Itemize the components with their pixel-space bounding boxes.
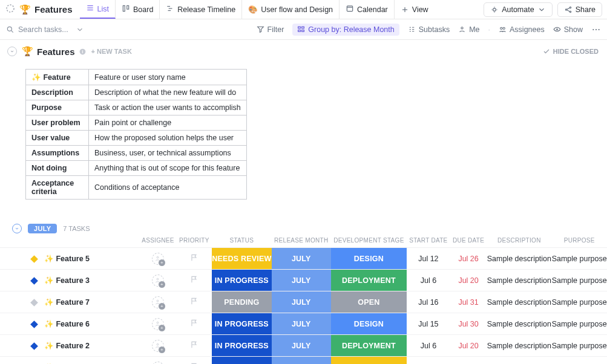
column-header[interactable]: ASSIGNEE (139, 233, 177, 248)
purpose-cell[interactable]: Sample purpose (551, 291, 607, 313)
start-date-cell[interactable]: Jul 6 (407, 270, 450, 291)
priority-cell[interactable] (177, 291, 212, 313)
group-label[interactable]: JULY (28, 224, 57, 233)
groupby-button[interactable]: Group by: Release Month (292, 24, 399, 36)
info-icon[interactable]: i (79, 48, 87, 56)
status-cell[interactable]: IN PROGRESS (212, 313, 272, 335)
task-row[interactable]: ✨ Feature 7PENDINGJULYOPENJul 16Jul 31Sa… (0, 291, 607, 313)
flag-icon[interactable] (190, 320, 199, 329)
status-cell[interactable]: IN PROGRESS (212, 357, 272, 365)
assignee-placeholder-icon[interactable] (152, 253, 164, 265)
due-date-cell[interactable]: Jul 31 (450, 291, 487, 313)
search-input[interactable]: Search tasks... (6, 25, 68, 34)
purpose-cell[interactable]: Sample purpose (551, 357, 607, 365)
column-header[interactable]: DUE DATE (450, 233, 487, 248)
assignee-cell[interactable] (139, 291, 177, 313)
collapse-section-button[interactable] (7, 47, 17, 56)
column-header[interactable]: PRIORITY (177, 233, 212, 248)
show-button[interactable]: Show (553, 25, 583, 34)
task-row[interactable]: ✨ Feature 4IN PROGRESSJULYTESTINGJul 12J… (0, 357, 607, 365)
column-header[interactable]: PURPOSE (551, 233, 607, 248)
start-date-cell[interactable]: Jul 6 (407, 335, 450, 357)
description-cell[interactable]: Sample description (487, 291, 551, 313)
description-cell[interactable]: Sample description (487, 335, 551, 357)
start-date-cell[interactable]: Jul 15 (407, 313, 450, 335)
status-cell[interactable]: IN PROGRESS (212, 335, 272, 357)
start-date-cell[interactable]: Jul 16 (407, 291, 450, 313)
due-date-cell[interactable]: Jul 26 (450, 248, 487, 270)
column-header[interactable]: DESCRIPTION (487, 233, 551, 248)
flag-icon[interactable] (190, 342, 199, 351)
assignee-placeholder-icon[interactable] (152, 340, 164, 352)
due-date-cell[interactable]: Jul 20 (450, 270, 487, 291)
assignee-placeholder-icon[interactable] (152, 362, 164, 365)
hide-closed-button[interactable]: HIDE CLOSED (543, 48, 599, 55)
tab-list[interactable]: List (80, 0, 116, 19)
assignee-cell[interactable] (139, 335, 177, 357)
start-date-cell[interactable]: Jul 12 (407, 357, 450, 365)
dev-stage-cell[interactable]: DESIGN (331, 248, 407, 270)
assignee-cell[interactable] (139, 270, 177, 291)
task-row[interactable]: ✨ Feature 3IN PROGRESSJULYDEPLOYMENTJul … (0, 270, 607, 291)
new-task-button[interactable]: + NEW TASK (91, 48, 132, 55)
assignee-placeholder-icon[interactable] (152, 318, 164, 330)
status-cell[interactable]: NEEDS REVIEW (212, 248, 272, 270)
task-name-cell[interactable]: ✨ Feature 6 (0, 313, 139, 335)
task-name-cell[interactable]: ✨ Feature 3 (0, 270, 139, 291)
purpose-cell[interactable]: Sample purpose (551, 313, 607, 335)
dev-stage-cell[interactable]: TESTING (331, 357, 407, 365)
add-view-button[interactable]: View (395, 0, 435, 19)
tab-calendar[interactable]: Calendar (340, 0, 395, 19)
task-name-cell[interactable]: ✨ Feature 7 (0, 291, 139, 313)
priority-cell[interactable] (177, 313, 212, 335)
assignee-placeholder-icon[interactable] (152, 275, 164, 287)
release-month-cell[interactable]: JULY (272, 335, 331, 357)
description-cell[interactable]: Sample description (487, 248, 551, 270)
due-date-cell[interactable]: Jul 26 (450, 357, 487, 365)
dev-stage-cell[interactable]: DEPLOYMENT (331, 270, 407, 291)
column-header[interactable]: START DATE (407, 233, 450, 248)
task-row[interactable]: ✨ Feature 6IN PROGRESSJULYDESIGNJul 15Ju… (0, 313, 607, 335)
tab-board[interactable]: Board (116, 0, 160, 19)
tab-user-flow-and-design[interactable]: 🎨User flow and Design (242, 0, 340, 19)
priority-cell[interactable] (177, 357, 212, 365)
tab-release-timeline[interactable]: Release Timeline (160, 0, 242, 19)
priority-cell[interactable] (177, 248, 212, 270)
start-date-cell[interactable]: Jul 12 (407, 248, 450, 270)
purpose-cell[interactable]: Sample purpose (551, 248, 607, 270)
due-date-cell[interactable]: Jul 20 (450, 335, 487, 357)
me-button[interactable]: Me (458, 25, 479, 34)
assignee-cell[interactable] (139, 357, 177, 365)
assignees-button[interactable]: Assignees (499, 25, 545, 34)
task-row[interactable]: ✨ Feature 5NEEDS REVIEWJULYDESIGNJul 12J… (0, 248, 607, 270)
status-cell[interactable]: PENDING (212, 291, 272, 313)
assignee-placeholder-icon[interactable] (152, 296, 164, 308)
assignee-cell[interactable] (139, 313, 177, 335)
flag-icon[interactable] (190, 299, 199, 307)
description-cell[interactable]: Sample description (487, 313, 551, 335)
task-name-cell[interactable]: ✨ Feature 2 (0, 335, 139, 357)
more-icon[interactable] (591, 25, 601, 34)
flag-icon[interactable] (190, 255, 199, 264)
assignee-cell[interactable] (139, 248, 177, 270)
priority-cell[interactable] (177, 335, 212, 357)
task-name-cell[interactable]: ✨ Feature 5 (0, 248, 139, 270)
collapse-group-button[interactable] (12, 224, 22, 233)
share-button[interactable]: Share (557, 2, 602, 17)
dev-stage-cell[interactable]: DESIGN (331, 313, 407, 335)
automate-button[interactable]: Automate (484, 2, 553, 17)
due-date-cell[interactable]: Jul 30 (450, 313, 487, 335)
status-cell[interactable]: IN PROGRESS (212, 270, 272, 291)
flag-icon[interactable] (190, 277, 199, 285)
purpose-cell[interactable]: Sample purpose (551, 335, 607, 357)
task-name-cell[interactable]: ✨ Feature 4 (0, 357, 139, 365)
release-month-cell[interactable]: JULY (272, 357, 331, 365)
release-month-cell[interactable]: JULY (272, 248, 331, 270)
release-month-cell[interactable]: JULY (272, 270, 331, 291)
column-header[interactable]: STATUS (212, 233, 272, 248)
priority-cell[interactable] (177, 270, 212, 291)
column-header[interactable]: DEVELOPMENT STAGE (331, 233, 407, 248)
release-month-cell[interactable]: JULY (272, 313, 331, 335)
dev-stage-cell[interactable]: DEPLOYMENT (331, 335, 407, 357)
description-cell[interactable]: Sample description (487, 270, 551, 291)
